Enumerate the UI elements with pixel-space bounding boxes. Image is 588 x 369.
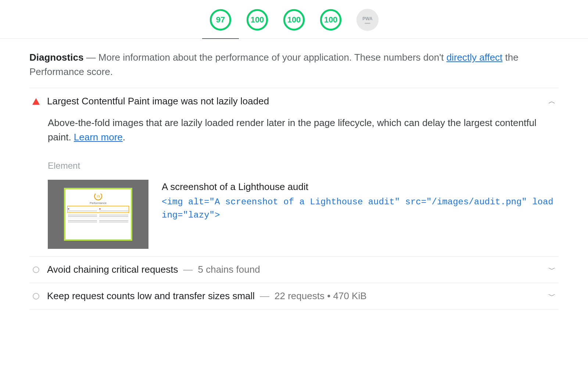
chevron-up-icon: ︿ [548, 96, 556, 106]
accessibility-score-value: 100 [251, 15, 264, 25]
audit-header[interactable]: Keep request counts low and transfer siz… [32, 290, 556, 302]
element-detail: A screenshot of a Lighthouse audit <img … [162, 180, 556, 222]
seo-score-gauge[interactable]: 100 [320, 9, 342, 31]
element-column-label: Element [48, 161, 556, 171]
learn-more-link[interactable]: Learn more [74, 132, 123, 143]
diagnostics-link[interactable]: directly affect [447, 52, 503, 63]
accessibility-score-gauge[interactable]: 100 [246, 9, 268, 31]
neutral-circle-icon [32, 293, 40, 300]
audit-critical-request-chains: Avoid chaining critical requests — 5 cha… [29, 256, 559, 283]
audit-description: Above-the-fold images that are lazily lo… [48, 116, 556, 144]
pwa-score-gauge[interactable]: PWA [356, 9, 379, 31]
diagnostics-separator: — [86, 52, 96, 63]
audit-title-text: Keep request counts low and transfer siz… [47, 290, 255, 302]
chevron-down-icon: ﹀ [548, 291, 556, 301]
fail-triangle-icon [32, 98, 40, 105]
audit-title-text: Largest Contentful Paint image was not l… [47, 96, 269, 107]
active-tab-underline [202, 38, 239, 39]
best-practices-score-value: 100 [287, 15, 301, 25]
audit-header[interactable]: Avoid chaining critical requests — 5 cha… [32, 264, 556, 275]
best-practices-score-gauge[interactable]: 100 [283, 9, 305, 31]
category-scores-header: 97 100 100 100 PWA [0, 0, 588, 39]
audit-detail-text: 22 requests • 470 KiB [275, 290, 366, 302]
element-alt-text: A screenshot of a Lighthouse audit [162, 180, 556, 194]
element-thumbnail: 73 Performance ■■ [48, 180, 148, 249]
diagnostics-desc-part1: More information about the performance o… [98, 52, 447, 63]
pwa-label: PWA [362, 16, 372, 21]
pwa-bar-icon [365, 23, 370, 24]
thumb-gauge-icon: 73 [94, 192, 102, 200]
element-html-snippet: <img alt="A screenshot of a Lighthouse a… [162, 196, 556, 222]
diagnostics-title: Diagnostics [29, 52, 83, 63]
diagnostics-heading: Diagnostics — More information about the… [29, 50, 559, 79]
audit-header[interactable]: Largest Contentful Paint image was not l… [32, 96, 556, 107]
audit-detail-text: 5 chains found [198, 264, 260, 275]
chevron-down-icon: ﹀ [548, 265, 556, 275]
element-row: 73 Performance ■■ A screenshot of a Ligh… [48, 180, 556, 249]
performance-score-gauge[interactable]: 97 [209, 9, 232, 31]
seo-score-value: 100 [324, 15, 338, 25]
audit-lcp-lazy-load: Largest Contentful Paint image was not l… [29, 88, 559, 256]
audit-title-text: Avoid chaining critical requests [47, 264, 178, 275]
main-content: Diagnostics — More information about the… [0, 39, 588, 309]
performance-score-value: 97 [216, 15, 225, 25]
neutral-circle-icon [32, 266, 40, 273]
audit-request-counts: Keep request counts low and transfer siz… [29, 283, 559, 309]
